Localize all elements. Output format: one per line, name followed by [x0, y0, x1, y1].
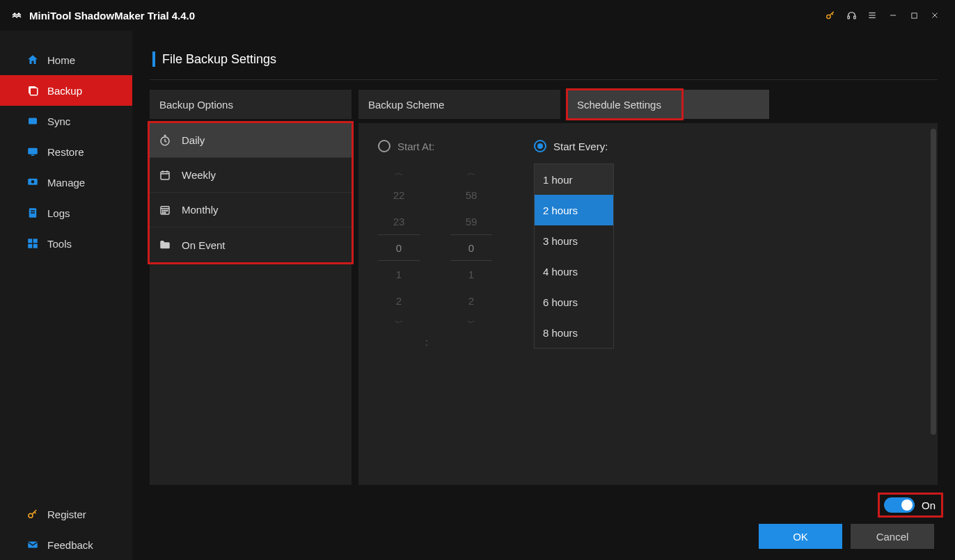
- interval-option[interactable]: 1 hour: [535, 164, 613, 195]
- folder-icon: [158, 239, 172, 251]
- cancel-button[interactable]: Cancel: [851, 524, 934, 549]
- mail-icon: [26, 538, 39, 551]
- hour-value[interactable]: 22: [378, 182, 420, 208]
- svg-point-16: [31, 180, 35, 184]
- maximize-button[interactable]: [903, 5, 924, 26]
- minute-column[interactable]: ︿ 58 59 0 1 2 ﹀: [450, 163, 492, 332]
- schedule-tab-highlight: Schedule Settings: [567, 90, 682, 119]
- sidebar-item-label: Manage: [47, 177, 85, 189]
- footer-buttons: OK Cancel: [759, 524, 934, 549]
- sidebar-item-register[interactable]: Register: [0, 499, 132, 529]
- start-at-group: Start At: ︿ 22 23 0 1 2 ﹀: [378, 140, 492, 349]
- frequency-daily[interactable]: Daily: [150, 123, 352, 158]
- frequency-weekly[interactable]: Weekly: [150, 158, 352, 193]
- sidebar-item-label: Feedback: [47, 539, 93, 551]
- app-logo-icon: [10, 8, 24, 22]
- toggle-label: On: [922, 499, 936, 511]
- register-key-icon[interactable]: [820, 5, 841, 26]
- title-accent: [152, 51, 155, 67]
- schedule-toggle[interactable]: [884, 497, 915, 513]
- frequency-label: Daily: [182, 134, 205, 146]
- interval-option-selected[interactable]: 2 hours: [535, 195, 613, 225]
- start-at-label: Start At:: [397, 141, 434, 152]
- time-spinner[interactable]: ︿ 22 23 0 1 2 ﹀ :: [378, 163, 492, 332]
- tab-backup-scheme[interactable]: Backup Scheme: [358, 90, 560, 119]
- svg-rect-1: [847, 16, 849, 19]
- sidebar-item-label: Restore: [47, 146, 84, 158]
- hour-value-selected[interactable]: 0: [378, 234, 420, 261]
- key-icon: [26, 508, 39, 520]
- start-every-label: Start Every:: [553, 141, 608, 152]
- frequency-label: Weekly: [182, 169, 216, 181]
- close-button[interactable]: [924, 5, 945, 26]
- clock-icon: [158, 134, 172, 147]
- svg-rect-14: [31, 155, 35, 157]
- frequency-label: Monthly: [182, 204, 219, 216]
- time-separator: :: [425, 337, 428, 348]
- tab-backup-options[interactable]: Backup Options: [150, 90, 352, 119]
- hour-value[interactable]: 23: [378, 208, 420, 234]
- minute-value[interactable]: 2: [450, 287, 492, 314]
- sidebar-item-restore[interactable]: Restore: [0, 136, 132, 167]
- sidebar-item-label: Home: [47, 54, 75, 66]
- minute-value[interactable]: 59: [450, 208, 492, 234]
- chevron-up-icon[interactable]: ︿: [467, 163, 475, 182]
- chevron-down-icon[interactable]: ﹀: [467, 314, 475, 332]
- sidebar-item-label: Register: [47, 509, 86, 520]
- tools-icon: [26, 237, 39, 250]
- tabs-row: Backup Options Backup Scheme Schedule Se…: [150, 90, 938, 119]
- interval-option[interactable]: 8 hours: [535, 317, 613, 348]
- sidebar-item-sync[interactable]: Sync: [0, 106, 132, 136]
- radio-unselected-icon: [378, 140, 390, 152]
- sidebar-item-tools[interactable]: Tools: [0, 228, 132, 259]
- svg-point-35: [166, 210, 168, 211]
- frequency-panel: Daily Weekly Monthly On Event: [150, 123, 352, 485]
- interval-option[interactable]: 3 hours: [535, 225, 613, 256]
- ok-button[interactable]: OK: [759, 524, 842, 549]
- sidebar-item-manage[interactable]: Manage: [0, 167, 132, 198]
- titlebar: MiniTool ShadowMaker Trial 4.4.0: [0, 0, 955, 31]
- sidebar-item-feedback[interactable]: Feedback: [0, 529, 132, 560]
- backup-icon: [26, 84, 39, 97]
- calendar-week-icon: [158, 169, 172, 182]
- menu-icon[interactable]: [862, 5, 883, 26]
- headset-icon[interactable]: [841, 5, 862, 26]
- home-icon: [26, 54, 39, 66]
- svg-point-36: [162, 212, 164, 214]
- calendar-month-icon: [158, 204, 172, 216]
- svg-point-33: [162, 210, 164, 211]
- schedule-panel: Start At: ︿ 22 23 0 1 2 ﹀: [358, 123, 938, 485]
- frequency-on-event[interactable]: On Event: [150, 227, 352, 262]
- start-every-radio[interactable]: Start Every:: [534, 140, 614, 152]
- start-at-radio[interactable]: Start At:: [378, 140, 492, 152]
- chevron-down-icon[interactable]: ﹀: [395, 314, 403, 332]
- interval-list: 1 hour 2 hours 3 hours 4 hours 6 hours 8…: [534, 163, 614, 349]
- hour-value[interactable]: 2: [378, 287, 420, 314]
- scrollbar[interactable]: [931, 129, 936, 435]
- minute-value-selected[interactable]: 0: [450, 234, 492, 261]
- minute-value[interactable]: 1: [450, 261, 492, 287]
- sidebar-item-label: Sync: [47, 115, 70, 127]
- hour-value[interactable]: 1: [378, 261, 420, 287]
- hour-column[interactable]: ︿ 22 23 0 1 2 ﹀: [378, 163, 420, 332]
- chevron-up-icon[interactable]: ︿: [395, 163, 403, 182]
- minute-value[interactable]: 58: [450, 182, 492, 208]
- frequency-highlight: Daily Weekly Monthly On Event: [150, 123, 352, 262]
- sidebar-item-backup[interactable]: Backup: [0, 75, 132, 106]
- frequency-monthly[interactable]: Monthly: [150, 193, 352, 227]
- tab-label: Backup Options: [159, 99, 233, 111]
- sidebar-item-logs[interactable]: Logs: [0, 198, 132, 228]
- manage-icon: [26, 176, 39, 189]
- tab-schedule-settings[interactable]: Schedule Settings: [567, 90, 769, 119]
- app-title: MiniTool ShadowMaker Trial 4.4.0: [29, 10, 195, 22]
- interval-option[interactable]: 4 hours: [535, 256, 613, 287]
- svg-rect-2: [853, 16, 855, 19]
- content-area: File Backup Settings Backup Options Back…: [132, 31, 955, 560]
- frequency-label: On Event: [182, 239, 226, 251]
- schedule-toggle-highlight: On: [880, 495, 941, 515]
- svg-rect-12: [29, 118, 37, 125]
- sidebar-item-home[interactable]: Home: [0, 45, 132, 75]
- minimize-button[interactable]: [883, 5, 903, 26]
- interval-option[interactable]: 6 hours: [535, 287, 613, 317]
- tab-label: Schedule Settings: [577, 99, 661, 111]
